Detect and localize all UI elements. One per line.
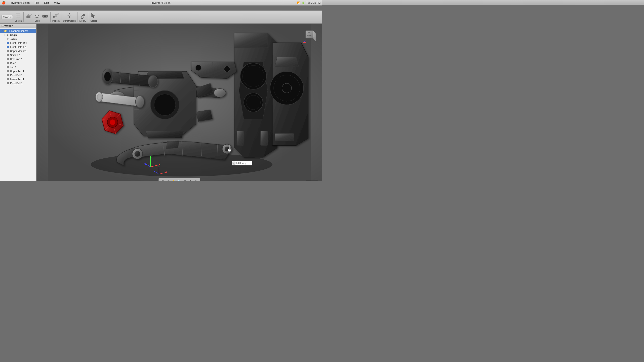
tree-item-rim[interactable]: Rim:1 — [0, 61, 36, 65]
rim-label: Rim:1 — [10, 62, 17, 65]
tree-toggle-fpr[interactable] — [4, 42, 6, 44]
svg-point-65 — [195, 65, 201, 71]
hexdrive-label: HexDrive:1 — [10, 58, 22, 61]
view-cube[interactable]: TOP Right FRONT — [302, 29, 317, 44]
tree-toggle-hd[interactable] — [4, 58, 6, 60]
svg-text:0.00 deg: 0.00 deg — [236, 162, 246, 164]
file-menu-item[interactable]: File — [34, 1, 40, 5]
display-settings-button[interactable]: ⚙ — [188, 179, 193, 181]
construction-icon[interactable] — [66, 12, 73, 20]
solid-dropdown[interactable]: Solid ▾ — [2, 15, 13, 19]
pattern-icon[interactable] — [52, 12, 60, 20]
tree-toggle-um[interactable] — [4, 50, 6, 52]
body-icon-fpl — [6, 45, 10, 49]
sep1 — [23, 12, 24, 22]
pattern-label: Pattern — [52, 20, 60, 22]
tree-toggle-fpl[interactable] — [4, 46, 6, 48]
body-icon-sp — [6, 53, 10, 57]
lowerarm-label: Lower Arm:1 — [10, 78, 24, 81]
spindle-label: Spindle:1 — [10, 54, 21, 57]
tree-item-label: FusionComponent — [8, 30, 28, 32]
svg-text:Right: Right — [313, 36, 315, 38]
select-icon[interactable] — [90, 12, 97, 20]
tree-toggle-joints[interactable] — [4, 38, 6, 40]
view-menu-item[interactable]: View — [53, 1, 61, 5]
tree-item-frontplateR[interactable]: Front Plate R:1 — [0, 41, 36, 45]
body-icon-rim — [6, 61, 10, 65]
orbit-button[interactable]: ⊙ — [166, 179, 171, 181]
modify-section: Modify — [79, 12, 87, 22]
pattern-section: Pattern — [52, 12, 60, 22]
app-title: Inventor Fusion — [151, 1, 171, 4]
left-visibility-icons — [0, 34, 4, 35]
edit-menu-item[interactable]: Edit — [43, 1, 50, 5]
tree-item-root[interactable]: ▾ 📁 FusionComponent — [0, 29, 36, 33]
svg-line-5 — [30, 14, 32, 16]
tree-toggle-pb2[interactable] — [4, 82, 6, 84]
svg-rect-11 — [55, 15, 57, 16]
solid-dropdown-arrow: ▾ — [10, 16, 11, 18]
svg-point-60 — [104, 72, 111, 81]
tree-item-frontplateL[interactable]: Front Plate L:1 — [0, 45, 36, 49]
extrude-icon[interactable] — [25, 12, 33, 20]
hole-icon[interactable] — [41, 12, 49, 20]
tree-item-uppermount[interactable]: Upper Mount:1 — [0, 49, 36, 53]
svg-point-50 — [135, 151, 140, 157]
sketch-label: Sketch — [15, 20, 22, 22]
sep4 — [77, 12, 77, 22]
tree-toggle-pb1[interactable] — [4, 74, 6, 76]
svg-point-9 — [44, 16, 46, 17]
revolve-icon[interactable] — [33, 12, 41, 20]
sketch-icon[interactable] — [14, 12, 22, 20]
tree-item-spindle[interactable]: Spindle:1 — [0, 53, 36, 57]
scale-indicator: 0.050 cm — [306, 180, 318, 181]
modify-icon[interactable] — [79, 12, 87, 20]
modify-label: Modify — [79, 20, 86, 22]
tree-toggle-origin[interactable]: ▸ — [4, 34, 6, 36]
tree-item-hexdrive[interactable]: HexDrive:1 — [0, 57, 36, 61]
svg-point-34 — [154, 94, 176, 116]
browser-tree: ▾ 📁 FusionComponent ▸ ⊕ Origin ⚙ Joints — [0, 28, 36, 181]
section-view-button[interactable]: ⊡ — [182, 179, 187, 181]
tree-item-upperarm[interactable]: Upper Arm:1 — [0, 69, 36, 73]
grid-settings-button[interactable]: ⊕ — [193, 179, 198, 181]
tree-item-origin[interactable]: ▸ ⊕ Origin — [0, 33, 36, 37]
fit-view-button[interactable]: ⊞ — [160, 179, 165, 181]
svg-point-24 — [246, 95, 261, 110]
body-icon-ua — [6, 69, 10, 73]
sketch-section: Sketch — [14, 12, 22, 22]
body-icon-um — [6, 49, 10, 53]
origin-icon: ⊕ — [6, 33, 10, 37]
pivotball1-label: Pivot Ball:1 — [10, 74, 23, 77]
main-content: Browser ▾ 📁 FusionComponent ▸ ⊕ Origin ⚙… — [0, 24, 322, 181]
construction-label: Construction — [63, 20, 76, 22]
svg-rect-26 — [261, 131, 268, 146]
tree-item-joints[interactable]: ⚙ Joints — [0, 37, 36, 41]
select-label: Select — [90, 20, 97, 22]
origin-label: Origin — [10, 34, 17, 36]
frontplateR-label: Front Plate R:1 — [10, 42, 27, 44]
apple-menu[interactable]: 🍎 — [2, 1, 6, 5]
svg-marker-18 — [92, 13, 95, 18]
tree-toggle-sp[interactable] — [4, 54, 6, 56]
tree-item-lowerarm[interactable]: Lower Arm:1 — [0, 77, 36, 81]
svg-line-94 — [303, 41, 306, 42]
tree-toggle-la[interactable] — [4, 78, 6, 80]
tree-toggle-rim[interactable] — [4, 62, 6, 64]
svg-point-58 — [97, 94, 101, 100]
folder-icon: 📁 — [4, 29, 7, 33]
tree-toggle-ua[interactable] — [4, 70, 6, 72]
upperarm-label: Upper Arm:1 — [10, 70, 24, 73]
pan-button[interactable]: ✋ — [171, 179, 176, 181]
viewport-3d[interactable]: 0.00 deg ≡ — [36, 24, 322, 181]
tree-toggle-tire[interactable] — [4, 66, 6, 68]
tire-label: Tire:1 — [10, 66, 16, 69]
tree-item-pivotball1[interactable]: Pivot Ball:1 — [0, 73, 36, 77]
tree-item-pivotball2[interactable]: Pivot Ball:1 — [0, 81, 36, 85]
body-icon-fpr — [6, 41, 10, 45]
app-menu-item[interactable]: Inventor Fusion — [10, 1, 31, 5]
tree-item-tire[interactable]: Tire:1 — [0, 65, 36, 69]
zoom-button[interactable]: 🔍 — [177, 179, 182, 181]
tree-toggle[interactable]: ▾ — [1, 30, 4, 32]
body-icon-tire — [6, 65, 10, 69]
